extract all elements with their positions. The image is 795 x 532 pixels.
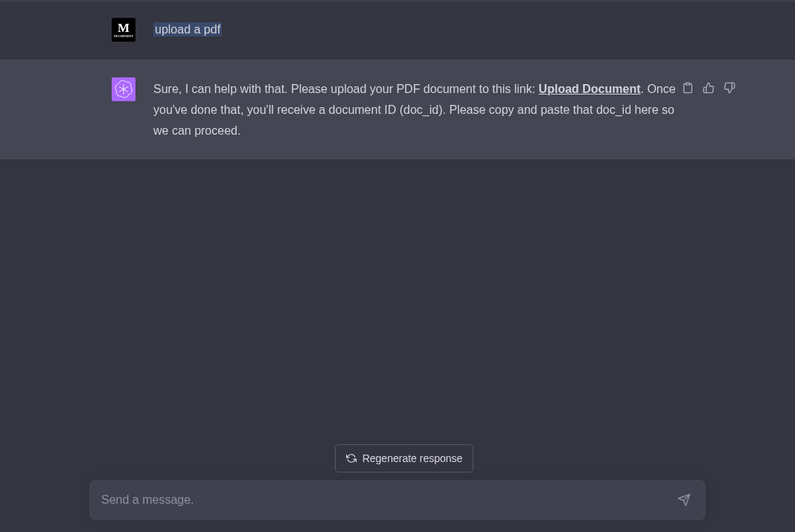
upload-document-link[interactable]: Upload Document [539,83,641,95]
regenerate-button[interactable]: Regenerate response [335,444,474,472]
assistant-message-content: Sure, I can help with that. Please uploa… [153,77,683,141]
thumbs-up-button[interactable] [701,80,716,95]
assistant-avatar [112,77,135,101]
user-avatar-initial: M [118,22,130,34]
message-actions [680,80,737,95]
svg-rect-0 [686,83,689,85]
message-input-container [89,480,706,520]
assistant-message-inner: Sure, I can help with that. Please uploa… [100,77,695,141]
openai-logo-icon [115,80,132,98]
conversation-container: M TECHPOINT upload a pdf Sure, I can hel… [0,0,795,159]
user-message-content: upload a pdf [153,18,683,42]
clipboard-icon [682,82,694,94]
message-input[interactable] [101,493,674,507]
assistant-text-part1: Sure, I can help with that. Please uploa… [153,83,539,95]
thumbs-down-button[interactable] [722,80,737,95]
send-icon [677,493,691,507]
user-message-row: M TECHPOINT upload a pdf [0,0,795,60]
user-message-text: upload a pdf [153,22,222,36]
refresh-icon [346,453,357,464]
send-button[interactable] [674,490,694,510]
assistant-message-row: Sure, I can help with that. Please uploa… [0,60,795,159]
user-avatar-label: TECHPOINT [114,35,134,38]
regenerate-label: Regenerate response [363,452,463,464]
user-message-inner: M TECHPOINT upload a pdf [100,18,695,42]
bottom-input-area: Regenerate response [0,429,795,532]
top-border [0,0,795,1]
thumbs-up-icon [703,82,715,94]
thumbs-down-icon [724,82,735,94]
user-avatar: M TECHPOINT [112,18,135,42]
copy-button[interactable] [680,80,695,95]
